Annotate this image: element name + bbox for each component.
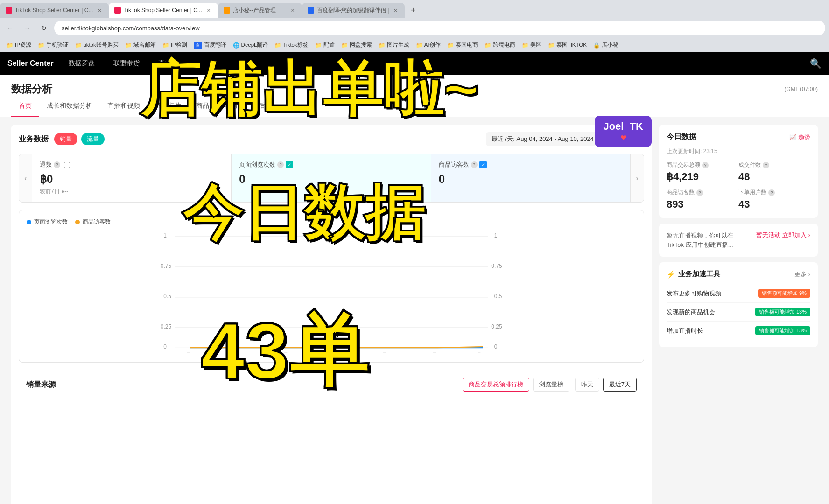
metrics-next-button[interactable]: › (631, 154, 644, 202)
metric-checkbox-visitor[interactable]: ✓ (479, 161, 487, 168)
tool-item-3: 增加直播时长 销售额可能增加 13% (667, 322, 810, 340)
browser-tab-4[interactable]: 百度翻译-您的超级翻译伴侣 | ✕ (302, 3, 405, 18)
svg-text:8月04: 8月04 (182, 352, 197, 353)
metric-value-refund: ฿0 (40, 173, 224, 186)
bookmark-ai[interactable]: 📁 AI创作 (413, 41, 443, 49)
nav-item-lianmeng[interactable]: 联盟带货 (110, 57, 143, 70)
live-action[interactable]: 暂无活动 立即加入 › (756, 231, 810, 239)
bookmark-tiktok-tag[interactable]: 📁 Tiktok标签 (272, 41, 311, 49)
tab-favicon-2 (114, 7, 121, 14)
source-tab-views[interactable]: 浏览量榜 (533, 378, 569, 392)
bookmark-thai-ec[interactable]: 📁 泰国电商 (444, 41, 481, 49)
bookmark-icon-image-gen: 📁 (379, 42, 385, 49)
today-more-link[interactable]: 📈 趋势 (789, 133, 810, 141)
new-tab-button[interactable]: + (407, 4, 420, 17)
bookmark-label-image-gen: 图片生成 (387, 42, 409, 49)
bookmark-label-netdisk: 网盘搜索 (350, 42, 372, 49)
date-btn-yesterday[interactable]: 昨天 (575, 378, 599, 392)
search-icon[interactable]: 🔍 (810, 58, 822, 69)
sub-nav-growth[interactable]: 成长和数据分析 (39, 96, 100, 117)
svg-text:8月06: 8月06 (280, 352, 295, 353)
tool-item-1: 发布更多可购物视频 销售额可能增加 9% (667, 284, 810, 303)
bookmark-ip-check[interactable]: 📁 IP检测 (160, 41, 190, 49)
address-bar[interactable]: seller.tiktokglobalshop.com/compass/data… (54, 21, 825, 35)
bookmark-icon-thai-tiktok: 📁 (548, 42, 555, 49)
sub-nav-product[interactable]: 商品 (189, 96, 217, 117)
sales-source-title: 销量来源 (26, 380, 56, 390)
bookmark-thai-tiktok[interactable]: 📁 泰国TIKTOK (545, 41, 590, 49)
tab-close-3[interactable]: ✕ (289, 7, 296, 14)
sub-nav-live[interactable]: 直播和视频 (100, 96, 148, 117)
chart-area: 页面浏览次数 商品访客数 1 0.75 0.5 0.25 0 1 (19, 210, 644, 363)
bookmark-config[interactable]: 📁 配置 (312, 41, 337, 49)
left-panel: 业务数据 销量 流量 最近7天: Aug 04, 2024 - Aug 10, … (11, 125, 652, 504)
today-metric-value-gmv: ฿4,219 (667, 171, 738, 183)
tab-close-4[interactable]: ✕ (392, 7, 399, 14)
info-icon-refund: ? (54, 161, 60, 168)
sub-nav-product-card[interactable]: 商品卡片 (148, 96, 189, 117)
tab-close-1[interactable]: ✕ (96, 7, 103, 14)
today-metric-value-users: 43 (738, 198, 810, 210)
browser-tab-3[interactable]: 店小秘--产品管理 ✕ (218, 3, 302, 18)
seller-center-logo[interactable]: Seller Center (7, 59, 54, 68)
tools-icon: ⚡ (667, 270, 675, 279)
tab-close-2[interactable]: ✕ (205, 7, 212, 14)
pill-flow[interactable]: 流量 (81, 133, 105, 145)
bookmarks-bar: 📁 IP资源 📁 手机验证 📁 tiktok账号购买 📁 域名邮箱 📁 IP检测… (0, 38, 829, 52)
bookmark-tiktok-buy[interactable]: 📁 tiktok账号购买 (72, 41, 121, 49)
pill-sales[interactable]: 销量 (54, 133, 77, 145)
tool-badge-2: 销售额可能增加 13% (755, 308, 810, 316)
bookmark-cross-border[interactable]: 📁 跨境电商 (482, 41, 518, 49)
bookmark-us[interactable]: 📁 美区 (519, 41, 544, 49)
today-metric-users: 下单用户数 ? 43 (738, 189, 810, 210)
bookmark-label-phone: 手机验证 (46, 42, 69, 49)
legend-label-pageview: 页面浏览次数 (34, 218, 68, 226)
tab-pills: 销量 流量 (54, 133, 105, 145)
date-btn-7days[interactable]: 最近7天 (603, 378, 637, 392)
nav-item-zhibo[interactable]: 直播 (155, 57, 175, 70)
browser-tab-1[interactable]: TikTok Shop Seller Center | C... ✕ (0, 3, 109, 18)
nav-item-shuju[interactable]: 数据罗盘 (65, 57, 98, 70)
bookmark-deepl[interactable]: 🌐 DeepL翻译 (230, 41, 271, 49)
bookmark-icon-phone: 📁 (38, 42, 44, 49)
forward-button[interactable]: → (21, 21, 34, 35)
bookmark-image-gen[interactable]: 📁 图片生成 (376, 41, 412, 49)
bookmark-domain[interactable]: 📁 域名邮箱 (122, 41, 159, 49)
tab-favicon-4 (308, 7, 314, 14)
timezone: (GMT+07:00) (784, 86, 818, 92)
bookmark-phone[interactable]: 📁 手机验证 (35, 41, 71, 49)
legend-dot-pageview (27, 220, 31, 224)
source-tab-gmv[interactable]: 商品交易总额排行榜 (463, 378, 529, 392)
metrics-prev-button[interactable]: ‹ (19, 154, 32, 202)
bookmark-label-xiaomi: 店小秘 (602, 42, 618, 49)
sub-nav-aftersale[interactable]: 售后 (245, 96, 273, 117)
tools-header: ⚡ 业务加速工具 更多 › (667, 270, 810, 279)
today-metrics: 商品交易总额 ? ฿4,219 成交件数 ? 48 (667, 161, 810, 210)
metric-label-refund: 退数 (40, 161, 52, 169)
bookmark-icon-baidu: 百 (194, 42, 202, 49)
info-icon-gmv: ? (702, 162, 709, 168)
bookmark-baidu-translate[interactable]: 百 百度翻译 (191, 41, 229, 50)
sub-nav-home[interactable]: 首页 (11, 96, 39, 117)
sales-source-header: 销量来源 商品交易总额排行榜 浏览量榜 昨天 最近7天 (26, 378, 637, 392)
tab-favicon-1 (6, 7, 12, 14)
svg-text:0: 0 (163, 343, 167, 350)
metric-value-pageview: 0 (239, 173, 423, 186)
browser-tab-2[interactable]: TikTok Shop Seller Center | C... ✕ (109, 3, 218, 18)
back-button[interactable]: ← (4, 21, 17, 35)
bookmark-netdisk[interactable]: 📁 网盘搜索 (338, 41, 375, 49)
date-range[interactable]: 最近7天: Aug 04, 2024 - Aug 10, 2024 📅 (486, 132, 611, 146)
bookmark-xiaomi[interactable]: 🔒 店小秘 (590, 41, 621, 49)
date-range-text: 最近7天: Aug 04, 2024 - Aug 10, 2024 (492, 135, 594, 143)
tools-more-link[interactable]: 更多 › (794, 270, 810, 279)
reload-button[interactable]: ↻ (37, 21, 50, 35)
sales-source-card: 销量来源 商品交易总额排行榜 浏览量榜 昨天 最近7天 (19, 370, 644, 405)
chart-svg: 1 0.75 0.5 0.25 0 1 0.75 0.5 0.25 0 (27, 231, 636, 353)
info-icon-visitors: ? (696, 189, 703, 196)
bookmark-label-deepl: DeepL翻译 (241, 42, 268, 49)
sub-nav-marketing[interactable]: 营销 (217, 96, 245, 117)
metric-checkbox-refund[interactable] (64, 162, 70, 168)
bookmark-ip[interactable]: 📁 IP资源 (4, 41, 34, 49)
metric-checkbox-pageview[interactable]: ✓ (286, 161, 293, 168)
tab-title-3: 店小秘--产品管理 (233, 7, 286, 14)
